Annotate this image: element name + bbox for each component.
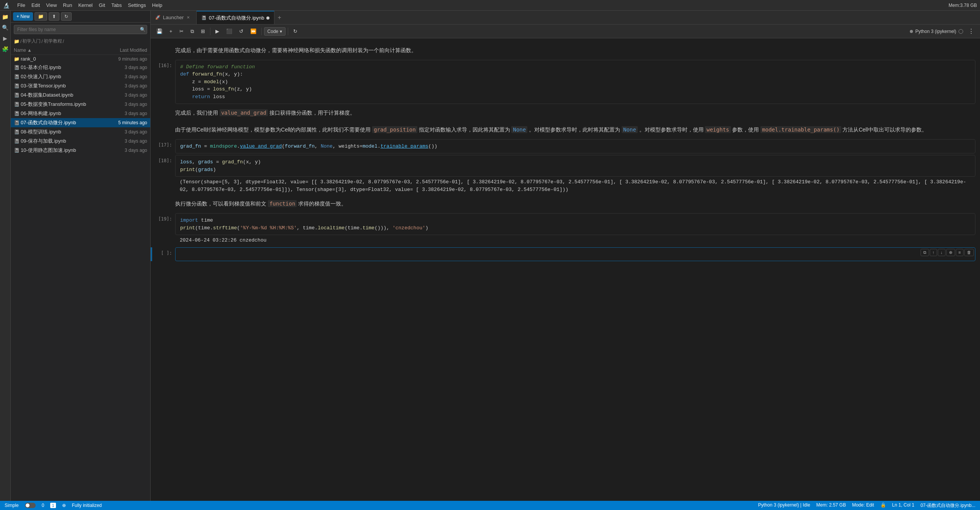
list-item[interactable]: 📓 08-模型训练.ipynb 3 days ago	[11, 127, 150, 137]
code-cell[interactable]: grad_fn = mindspore.value_and_grad(forwa…	[175, 139, 975, 154]
cell-code-19[interactable]: [19]: import time print(time.strftime('%…	[151, 213, 980, 246]
notebook-icon: 📓	[14, 111, 21, 116]
column-modified[interactable]: Last Modified	[94, 48, 147, 53]
status-bar: Simple 0 1 ⊕ Fully initialized Python 3 …	[0, 501, 980, 510]
kernel-extra-button[interactable]: ⋮	[965, 26, 977, 36]
menu-edit[interactable]: Edit	[28, 2, 43, 9]
run-cell-button[interactable]: ▶	[213, 27, 222, 36]
menu-git[interactable]: Git	[96, 2, 108, 9]
menu-run[interactable]: Run	[60, 2, 75, 9]
copy-button[interactable]: ⧉	[188, 27, 197, 36]
column-name[interactable]: Name ▲	[14, 48, 94, 53]
list-item[interactable]: 📓 06-网络构建.ipynb 3 days ago	[11, 109, 150, 118]
menu-file[interactable]: File	[14, 2, 28, 9]
kernel-name[interactable]: Python 3 (ipykernel)	[915, 29, 956, 34]
menu-tabs[interactable]: Tabs	[108, 2, 125, 9]
tab-launcher[interactable]: 🚀 Launcher ✕	[151, 11, 197, 24]
activity-extensions[interactable]: 🧩	[1, 44, 10, 54]
menu-help[interactable]: Help	[149, 2, 166, 9]
file-list: 📁 rank_0 9 minutes ago 📓 01-基本介绍.ipynb 3…	[11, 55, 150, 501]
new-folder-button[interactable]: 📁	[34, 12, 47, 21]
notebook-icon: 📓	[14, 74, 21, 79]
code-cell[interactable]: import time print(time.strftime('%Y-%m-%…	[175, 213, 975, 235]
cell-menu-button[interactable]: ≡	[956, 249, 964, 256]
restart-run-all-button[interactable]: ⏩	[248, 27, 259, 36]
list-item-active[interactable]: 📓 07-函数式自动微分.ipynb 5 minutes ago	[11, 118, 150, 127]
cell-type-selector[interactable]: Code ▾	[264, 27, 286, 36]
active-cell-input[interactable]	[176, 248, 975, 260]
file-name: 09-保存与加载.ipynb	[21, 138, 94, 145]
cell-number	[152, 105, 175, 121]
copy-cell-button[interactable]: ⧉	[921, 249, 929, 256]
add-cell-button[interactable]: +	[167, 27, 175, 36]
tab-notebook[interactable]: 📓 07-函数式自动微分.ipynb	[197, 11, 274, 24]
move-down-button[interactable]: ↓	[938, 249, 946, 256]
reload-button[interactable]: ↻	[291, 27, 300, 36]
file-name: 08-模型训练.ipynb	[21, 128, 94, 135]
cell-body: 执行微分函数，可以看到梯度值和前文 function 求得的梯度值一致。	[175, 196, 975, 212]
cell-body: 由于使用Cell封装神经网络模型，模型参数为Cell的内部属性，此时我们不需要使…	[175, 122, 975, 138]
new-file-button[interactable]: + New	[13, 12, 33, 21]
menu-settings[interactable]: Settings	[125, 2, 149, 9]
list-item[interactable]: 📓 04-数据集Dataset.ipynb 3 days ago	[11, 90, 150, 100]
restart-kernel-button[interactable]: ↺	[236, 27, 246, 36]
activity-run[interactable]: ▶	[1, 34, 10, 43]
close-launcher-tab[interactable]: ✕	[186, 15, 190, 20]
kernel-status-dot	[910, 30, 913, 33]
menu-view[interactable]: View	[43, 2, 60, 9]
simple-mode-label: Simple	[5, 503, 19, 508]
new-tab-button[interactable]: +	[274, 14, 284, 21]
list-item[interactable]: 📓 10-使用静态图加速.ipynb 3 days ago	[11, 146, 150, 155]
simple-mode-toggle[interactable]	[25, 503, 36, 508]
file-name-status: 07-函数式自动微分.ipynb...	[921, 502, 975, 509]
breadcrumb-tutorial[interactable]: 初学教程	[44, 38, 62, 44]
list-item[interactable]: 📓 02-快速入门.ipynb 3 days ago	[11, 72, 150, 81]
cell-code-16[interactable]: [16]: # Define forward function def forw…	[151, 60, 980, 104]
file-modified: 3 days ago	[94, 148, 147, 153]
text-content: 完成后，由于需要使用函数式自动微分，需要将神经网络和损失函数的调用封装为一个前向…	[175, 43, 975, 58]
file-name: 05-数据变换Transforms.ipynb	[21, 101, 94, 108]
cell-code-18[interactable]: [18]: loss, grads = grad_fn(x, y) print(…	[151, 155, 980, 195]
file-list-header[interactable]: Name ▲ Last Modified	[11, 46, 150, 55]
activity-bar: 📁 🔍 ▶ 🧩	[0, 11, 11, 501]
notebook-icon: 📓	[14, 120, 21, 125]
activity-files[interactable]: 📁	[1, 12, 10, 21]
move-up-button[interactable]: ↑	[930, 249, 937, 256]
file-modified: 3 days ago	[94, 129, 147, 135]
insert-above-button[interactable]: ⊕	[946, 249, 955, 256]
code-cell[interactable]: # Define forward function def forward_fn…	[175, 60, 975, 104]
menu-kernel[interactable]: Kernel	[75, 2, 96, 9]
delete-cell-button[interactable]: 🗑	[964, 249, 974, 256]
breadcrumb-intro[interactable]: 初学入门	[22, 38, 41, 44]
search-input[interactable]	[14, 25, 147, 34]
list-item[interactable]: 📓 01-基本介绍.ipynb 3 days ago	[11, 63, 150, 72]
code-cell[interactable]: loss, grads = grad_fn(x, y) print(grads)	[175, 155, 975, 177]
list-item[interactable]: 📓 05-数据变换Transforms.ipynb 3 days ago	[11, 100, 150, 109]
file-name: 10-使用静态图加速.ipynb	[21, 147, 94, 154]
list-item[interactable]: 📁 rank_0 9 minutes ago	[11, 55, 150, 63]
notebook-icon: 📓	[14, 138, 21, 144]
cell-body[interactable]: ⧉ ↑ ↓ ⊕ ≡ 🗑	[175, 247, 975, 261]
cursor-position: 🔒	[880, 502, 886, 509]
toolbar-separator-3	[288, 28, 288, 35]
tab-notebook-label: 07-函数式自动微分.ipynb	[209, 15, 264, 21]
breadcrumb-root[interactable]: 📁	[14, 39, 20, 44]
paste-button[interactable]: ⊞	[198, 27, 208, 36]
list-item[interactable]: 📓 03-张量Tensor.ipynb 3 days ago	[11, 81, 150, 90]
kernel-idle-status[interactable]: Python 3 (ipykernel) | Idle	[758, 502, 810, 509]
cell-code-17[interactable]: [17]: grad_fn = mindspore.value_and_grad…	[151, 139, 980, 154]
cut-button[interactable]: ✂	[177, 27, 186, 36]
refresh-button[interactable]: ↻	[61, 12, 72, 21]
file-name: 04-数据集Dataset.ipynb	[21, 92, 94, 99]
stop-kernel-button[interactable]: ⬛	[223, 27, 235, 36]
menu-bar: 🔬 File Edit View Run Kernel Git Tabs Set…	[0, 0, 980, 11]
save-button[interactable]: 💾	[154, 27, 165, 36]
code-content: loss, grads = grad_fn(x, y) print(grads)	[176, 155, 975, 176]
upload-button[interactable]: ⬆	[49, 12, 59, 21]
active-code-cell[interactable]	[175, 247, 975, 261]
search-icon[interactable]: 🔍	[140, 27, 146, 32]
cell-active-empty[interactable]: [ ]: ⧉ ↑ ↓ ⊕ ≡ 🗑	[151, 247, 980, 261]
ln-col: Ln 1, Col 1	[892, 502, 914, 509]
list-item[interactable]: 📓 09-保存与加载.ipynb 3 days ago	[11, 137, 150, 146]
activity-search[interactable]: 🔍	[1, 23, 10, 32]
